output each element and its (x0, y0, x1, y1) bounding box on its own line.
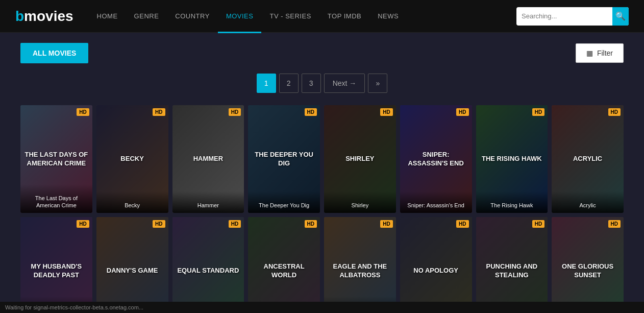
hd-badge-4: HD (305, 108, 317, 116)
logo-b: b (15, 8, 24, 25)
movie-title-5: Shirley (324, 191, 396, 213)
poster-text-14: NO APOLOGY (413, 267, 458, 275)
movie-card-13[interactable]: EAGLE AND THE ALBATROSS HD The Eagle and… (324, 217, 396, 313)
main-nav: HOME GENRE COUNTRY MOVIES TV - SERIES TO… (89, 0, 516, 33)
hd-badge-14: HD (456, 220, 468, 228)
hd-badge-10: HD (153, 220, 165, 228)
poster-text-16: ONE GLORIOUS SUNSET (555, 262, 621, 280)
hd-badge-7: HD (532, 108, 544, 116)
status-text: Waiting for signal-metrics-collector-bet… (5, 304, 143, 310)
movie-title-1: The Last Days of American Crime (20, 184, 92, 213)
top-bar: ALL MOVIES ▦ Filter (20, 43, 624, 63)
main-content: ALL MOVIES ▦ Filter 1 2 3 Next → » THE L… (0, 33, 644, 313)
page-2-button[interactable]: 2 (279, 74, 299, 93)
filter-button[interactable]: ▦ Filter (576, 43, 624, 63)
hd-badge-12: HD (305, 220, 317, 228)
hd-badge-8: HD (608, 108, 621, 116)
movie-card-9[interactable]: MY HUSBAND'S DEADLY PAST HD My Husband's… (20, 217, 92, 313)
hd-badge-11: HD (229, 220, 241, 228)
nav-genre[interactable]: GENRE (126, 1, 167, 33)
movie-title-3: Hammer (172, 191, 244, 213)
hd-badge-16: HD (608, 220, 621, 228)
nav-tv-series[interactable]: TV - SERIES (261, 1, 319, 33)
poster-text-11: EQUAL STANDARD (177, 267, 239, 275)
filter-label: Filter (597, 49, 613, 57)
search-button[interactable]: 🔍 (612, 7, 629, 26)
page-1-button[interactable]: 1 (257, 74, 276, 93)
filter-icon: ▦ (586, 49, 593, 57)
movie-card-8[interactable]: ACRYLIC HD Acrylic (552, 105, 624, 213)
poster-text-13: EAGLE AND THE ALBATROSS (327, 262, 393, 280)
logo-movies: movies (24, 8, 73, 25)
movie-title-6: Sniper: Assassin's End (400, 191, 472, 213)
status-bar: Waiting for signal-metrics-collector-bet… (0, 302, 644, 313)
search-input[interactable] (516, 7, 612, 26)
movie-card-3[interactable]: HAMMER HD Hammer (172, 105, 244, 213)
pagination: 1 2 3 Next → » (20, 74, 624, 93)
movie-card-14[interactable]: NO APOLOGY HD No Apology (400, 217, 472, 313)
header: bmovies HOME GENRE COUNTRY MOVIES TV - S… (0, 0, 644, 33)
movie-card-5[interactable]: SHIRLEY HD Shirley (324, 105, 396, 213)
hd-badge-3: HD (229, 108, 241, 116)
nav-country[interactable]: COUNTRY (167, 1, 218, 33)
poster-text-7: THE RISING HAWK (482, 155, 542, 163)
poster-text-5: SHIRLEY (345, 155, 374, 163)
hd-badge-5: HD (380, 108, 392, 116)
poster-text-1: THE LAST DAYS OF AMERICAN CRIME (23, 151, 89, 168)
movie-title-4: The Deeper You Dig (248, 191, 320, 213)
movie-card-2[interactable]: BECKY HD Becky (96, 105, 168, 213)
poster-text-2: BECKY (120, 155, 144, 163)
poster-text-8: ACRYLIC (573, 155, 602, 163)
next-page-button[interactable]: Next → (324, 74, 365, 93)
last-page-button[interactable]: » (368, 74, 387, 93)
poster-text-15: PUNCHING AND STEALING (479, 262, 545, 280)
movie-grid-row1: THE LAST DAYS OF AMERICAN CRIME HD The L… (20, 105, 624, 213)
movie-card-6[interactable]: SNIPER: ASSASSIN'S END HD Sniper: Assass… (400, 105, 472, 213)
movie-card-10[interactable]: DANNY'S GAME HD Danny's Game (96, 217, 168, 313)
movie-card-16[interactable]: ONE GLORIOUS SUNSET HD One Glorious Suns… (552, 217, 624, 313)
poster-text-10: DANNY'S GAME (107, 267, 158, 275)
movie-card-7[interactable]: THE RISING HAWK HD The Rising Hawk (476, 105, 548, 213)
hd-badge-13: HD (380, 220, 392, 228)
movie-card-11[interactable]: EQUAL STANDARD HD Equal Standard – (172, 217, 244, 313)
search-bar: 🔍 (516, 7, 629, 26)
hd-badge-6: HD (456, 108, 468, 116)
movie-card-12[interactable]: ANCESTRAL WORLD HD Ancestral World (248, 217, 320, 313)
hd-badge-1: HD (77, 108, 89, 116)
all-movies-button[interactable]: ALL MOVIES (20, 43, 88, 63)
movie-grid-row2: MY HUSBAND'S DEADLY PAST HD My Husband's… (20, 217, 624, 313)
poster-text-3: HAMMER (193, 155, 224, 163)
poster-text-6: SNIPER: ASSASSIN'S END (403, 151, 469, 168)
logo[interactable]: bmovies (15, 8, 73, 25)
search-icon: 🔍 (615, 11, 626, 21)
movie-title-8: Acrylic (552, 191, 624, 213)
poster-text-4: THE DEEPER YOU DIG (251, 151, 317, 168)
movie-card-4[interactable]: THE DEEPER YOU DIG HD The Deeper You Dig (248, 105, 320, 213)
nav-news[interactable]: NEWS (369, 1, 407, 33)
poster-text-12: ANCESTRAL WORLD (251, 262, 317, 280)
hd-badge-15: HD (532, 220, 544, 228)
hd-badge-9: HD (77, 220, 89, 228)
nav-top-imdb[interactable]: TOP IMDB (319, 1, 369, 33)
nav-home[interactable]: HOME (89, 1, 126, 33)
movie-title-7: The Rising Hawk (476, 191, 548, 213)
movie-card-1[interactable]: THE LAST DAYS OF AMERICAN CRIME HD The L… (20, 105, 92, 213)
nav-movies[interactable]: MOVIES (218, 1, 262, 33)
page-3-button[interactable]: 3 (302, 74, 321, 93)
movie-title-2: Becky (96, 191, 168, 213)
hd-badge-2: HD (153, 108, 165, 116)
poster-text-9: MY HUSBAND'S DEADLY PAST (23, 262, 89, 280)
movie-card-15[interactable]: PUNCHING AND STEALING HD Punching and St… (476, 217, 548, 313)
